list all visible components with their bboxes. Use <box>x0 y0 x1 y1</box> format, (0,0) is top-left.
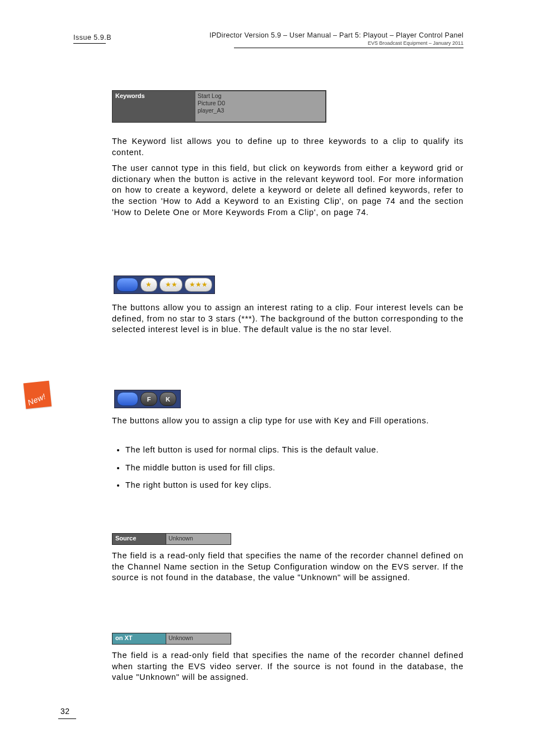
page-number: 32 <box>60 707 70 716</box>
header-right: IPDirector Version 5.9 – User Manual – P… <box>209 31 463 46</box>
bullet-list: The left button is used for normal clips… <box>112 442 463 498</box>
keywords-field[interactable]: Start Log Picture D0 player_A3 <box>195 91 326 122</box>
k-icon: K <box>166 396 170 403</box>
interest-rating-none[interactable] <box>116 278 138 292</box>
new-badge: New! <box>24 381 52 409</box>
issue-label: Issue 5.9.B <box>73 34 111 41</box>
list-item: The middle button is used for fill clips… <box>125 463 463 474</box>
onxt-label: on XT <box>113 633 166 644</box>
paragraph: The buttons allow you to assign an inter… <box>112 302 463 335</box>
list-item: The left button is used for normal clips… <box>125 445 463 456</box>
star-icon: ★ <box>189 282 195 288</box>
paragraph: The field is a read-only field that spec… <box>112 550 463 584</box>
paragraph: The field is a read-only field that spec… <box>112 650 463 683</box>
keyword-item: player_A3 <box>198 107 323 114</box>
source-label: Source <box>113 534 166 544</box>
keyword-item: Start Log <box>198 92 323 100</box>
header-rule-left <box>73 43 106 44</box>
interest-rating-2star[interactable]: ★★ <box>160 278 182 292</box>
interest-rating-1star[interactable]: ★ <box>140 278 158 292</box>
doc-subtitle: EVS Broadcast Equipment – January 2011 <box>209 40 463 46</box>
paragraph: The buttons allow you to assign a clip t… <box>112 416 463 427</box>
new-badge-text: New! <box>26 391 47 407</box>
clip-type-fill[interactable]: F <box>140 392 157 406</box>
star-icon: ★ <box>171 282 177 288</box>
keywords-panel: Keywords Start Log Picture D0 player_A3 <box>112 90 326 123</box>
header-rule-right <box>234 48 463 48</box>
paragraph: The Keyword list allows you to define up… <box>112 136 463 158</box>
star-icon: ★ <box>165 282 171 288</box>
interest-rating: ★ ★★ ★★★ <box>114 276 215 294</box>
source-value: Unknown <box>166 534 231 544</box>
clip-type: F K <box>114 390 181 408</box>
star-icon: ★ <box>146 282 152 288</box>
keyword-item: Picture D0 <box>198 100 323 107</box>
keywords-label: Keywords <box>113 91 195 122</box>
paragraph: The user cannot type in this field, but … <box>112 163 463 218</box>
star-icon: ★ <box>195 282 202 288</box>
clip-type-key[interactable]: K <box>160 392 176 406</box>
onxt-value: Unknown <box>166 633 231 644</box>
doc-title: IPDirector Version 5.9 – User Manual – P… <box>209 31 463 39</box>
star-icon: ★ <box>202 282 208 288</box>
f-icon: F <box>147 396 151 403</box>
interest-rating-3star[interactable]: ★★★ <box>185 278 212 292</box>
list-item: The right button is used for key clips. <box>125 480 463 491</box>
clip-type-normal[interactable] <box>117 392 138 406</box>
source-panel: Source Unknown <box>112 533 231 545</box>
page-number-rule <box>58 718 76 719</box>
onxt-panel: on XT Unknown <box>112 633 231 645</box>
